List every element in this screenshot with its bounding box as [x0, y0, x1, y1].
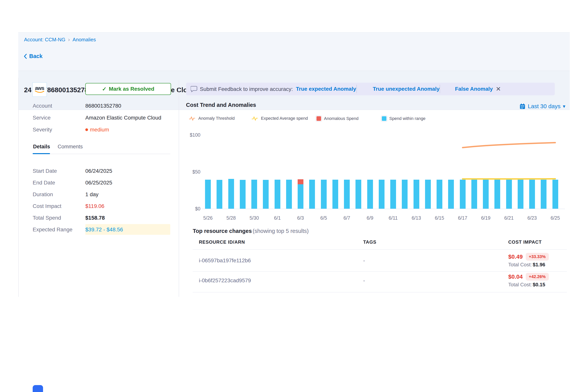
severity-label: Severity — [33, 127, 85, 133]
date-range-picker[interactable]: Last 30 days ▾ — [517, 103, 565, 110]
account-label: Account — [33, 103, 85, 109]
total-cost-value: $0.15 — [533, 282, 545, 288]
calendar-icon — [520, 103, 526, 109]
tab-details-label: Details — [33, 144, 50, 150]
breadcrumb: Account: CCM-NG › Anomalies — [24, 36, 96, 43]
date-range-label: Last 30 days — [528, 103, 560, 110]
account-value: 868001352780 — [85, 103, 121, 109]
tab-divider — [33, 154, 170, 154]
col-header-tags: TAGS — [363, 240, 376, 245]
detail-row-cost-impact: Cost Impact $119.06 — [33, 203, 170, 210]
resource-id: i-06597ba197fe112b6 — [199, 258, 251, 264]
severity-dot-icon — [85, 128, 88, 131]
blue-swatch-icon — [381, 116, 387, 122]
feedback-option-true-unexpected[interactable]: True unexpected Anomaly — [373, 86, 440, 92]
expected-range-value: $39.72 - $48.56 — [85, 226, 123, 233]
legend-label: Anomaly Threshold — [198, 116, 234, 121]
pulse-line-orange-icon — [189, 116, 196, 121]
feedback-divider-1 — [356, 85, 357, 93]
chart-title: Cost Trend and Anomalies — [186, 102, 256, 108]
header-band — [18, 32, 570, 71]
resource-tags: - — [363, 278, 365, 284]
detail-row-end-date: End Date 06/25/2025 — [33, 180, 170, 186]
aws-provider-logo: aws — [32, 82, 47, 97]
back-button[interactable]: Back — [24, 53, 42, 60]
total-cost-label: Total Cost: — [508, 282, 532, 288]
feedback-close-icon[interactable]: ✕ — [496, 85, 501, 92]
expected-range-label: Expected Range — [33, 226, 85, 233]
pulse-line-yellow-icon — [252, 116, 259, 121]
aws-logo-text: aws — [35, 86, 44, 90]
detail-row-duration: Duration 1 day — [33, 191, 170, 198]
start-date-value: 06/24/2025 — [85, 168, 112, 174]
chat-bubble-icon — [190, 86, 198, 92]
chart-legend: Anomaly Threshold Expected Average spend… — [186, 116, 568, 122]
impact-amount: $0.04 — [508, 274, 523, 280]
total-cost-line: Total Cost: $1.96 — [508, 262, 545, 268]
aws-smile-icon — [34, 90, 44, 93]
cost-impact-value: $119.06 — [85, 203, 104, 209]
content-left-border — [18, 78, 19, 297]
impact-percent-badge: +42.26% — [526, 273, 548, 280]
legend-expected-average: Expected Average spend — [252, 116, 308, 121]
breadcrumb-anomalies-link[interactable]: Anomalies — [73, 37, 96, 43]
total-cost-label: Total Cost: — [508, 262, 532, 268]
breadcrumb-separator-icon: › — [68, 36, 70, 43]
feedback-divider-2 — [440, 85, 440, 93]
chevron-down-icon: ▾ — [563, 104, 565, 109]
panel-divider — [179, 80, 179, 297]
legend-label: Anomalous Spend — [324, 116, 358, 121]
table-divider — [193, 292, 567, 292]
start-date-label: Start Date — [33, 168, 85, 174]
table-divider — [193, 271, 567, 272]
table-divider — [193, 249, 567, 250]
impact-amount: $0.49 — [508, 254, 523, 260]
mark-as-resolved-button[interactable]: ✓ Mark as Resolved — [85, 83, 171, 95]
service-label: Service — [33, 115, 85, 121]
breadcrumb-account-link[interactable]: Account: CCM-NG — [24, 37, 65, 43]
summary-row-severity: Severity medium — [33, 126, 170, 133]
trend-lines-layer — [186, 131, 569, 230]
resource-id: i-0b6f257223cad9579 — [199, 278, 251, 284]
feedback-prompt: Submit Feedback to improve accuracy: — [200, 86, 293, 92]
service-value: Amazon Elastic Compute Cloud — [85, 115, 161, 121]
legend-label: Spend within range — [389, 116, 426, 121]
legend-anomaly-threshold: Anomaly Threshold — [189, 116, 234, 121]
severity-value: medium — [85, 127, 109, 133]
resource-tags: - — [363, 258, 365, 264]
end-date-label: End Date — [33, 180, 85, 186]
total-spend-label: Total Spend — [33, 215, 85, 221]
total-cost-value: $1.96 — [533, 262, 545, 268]
red-swatch-icon — [316, 116, 322, 122]
feedback-option-false[interactable]: False Anomaly — [455, 86, 493, 92]
detail-row-total-spend: Total Spend $158.78 — [33, 215, 170, 221]
duration-value: 1 day — [85, 192, 98, 198]
legend-spend-within-range: Spend within range — [381, 116, 426, 122]
end-date-value: 06/25/2025 — [85, 180, 112, 186]
tab-comments[interactable]: Comments — [58, 144, 83, 150]
impact-percent-badge: +33.33% — [526, 253, 548, 260]
feedback-option-true-expected[interactable]: True expected Anomaly — [296, 86, 356, 92]
cost-impact-cell: $0.49 +33.33% — [508, 253, 549, 260]
help-chat-widget[interactable] — [33, 385, 43, 392]
detail-row-start-date: Start Date 06/24/2025 — [33, 168, 170, 174]
resolve-button-label: Mark as Resolved — [109, 86, 154, 92]
cost-impact-cell: $0.04 +42.26% — [508, 273, 549, 280]
col-header-cost-impact: COST IMPACT — [508, 240, 542, 245]
cost-impact-label: Cost Impact — [33, 203, 85, 209]
chevron-left-icon — [24, 54, 27, 59]
duration-label: Duration — [33, 192, 85, 198]
active-tab-underline — [33, 153, 50, 154]
anomaly-threshold-line — [463, 142, 555, 148]
cost-trend-chart: $0$50$100 5/265/285/306/16/36/56/76/96/1… — [186, 131, 569, 230]
tab-comments-label: Comments — [58, 144, 83, 150]
legend-label: Expected Average spend — [261, 116, 308, 121]
col-header-resource-id: RESOURCE ID/ARN — [199, 240, 245, 245]
check-icon: ✓ — [102, 86, 106, 92]
summary-row-account: Account 868001352780 — [33, 102, 170, 109]
tab-details[interactable]: Details — [33, 144, 50, 150]
summary-row-service: Service Amazon Elastic Compute Cloud — [33, 114, 170, 121]
legend-anomalous-spend: Anomalous Spend — [316, 116, 358, 122]
total-spend-value: $158.78 — [85, 215, 105, 221]
back-label: Back — [29, 53, 42, 60]
